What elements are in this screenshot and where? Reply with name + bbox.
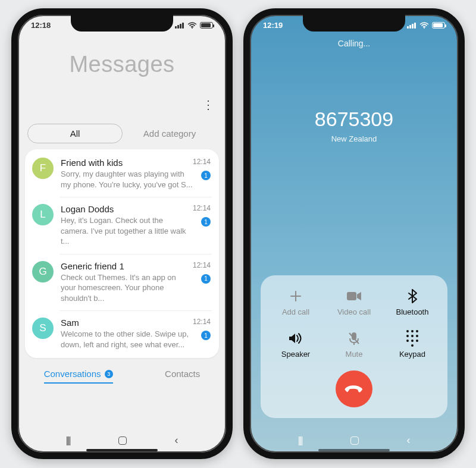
action-label: Mute [346, 350, 363, 359]
notch [303, 15, 405, 32]
keypad-icon [406, 331, 419, 346]
action-label: Keypad [399, 350, 425, 359]
avatar: L [32, 204, 54, 225]
message-time: 12:14 [193, 261, 211, 269]
battery-icon [432, 22, 445, 29]
svg-rect-0 [175, 26, 177, 29]
message-time: 12:14 [193, 318, 211, 326]
phone-calling: 12:19 ➤ Calling... 8675309 New Zealand [243, 8, 465, 459]
system-nav: ||| ‹ [250, 434, 458, 447]
signal-icon [407, 22, 416, 29]
filter-all-tab[interactable]: All [27, 124, 123, 143]
call-region: New Zealand [250, 134, 458, 143]
call-status: Calling... [250, 39, 458, 48]
video-call-button[interactable]: Video call [325, 288, 383, 316]
svg-rect-12 [347, 292, 356, 300]
svg-rect-1 [177, 25, 179, 29]
message-preview: Check out Themes. It's an app on your ho… [61, 272, 193, 304]
message-time: 12:14 [193, 204, 211, 212]
page-title: Messages [18, 52, 226, 77]
home-indicator[interactable] [86, 449, 158, 451]
nav-back[interactable]: ‹ [175, 434, 178, 447]
more-button[interactable]: ⋮ [202, 98, 213, 112]
call-action-panel: Add call Video call Bluetooth [261, 275, 447, 418]
notch [71, 15, 173, 32]
mute-icon [348, 331, 360, 346]
nav-recents[interactable]: ||| [298, 435, 302, 447]
avatar: S [32, 318, 54, 339]
tab-conversations[interactable]: Conversations 3 [44, 369, 113, 384]
bluetooth-button[interactable]: Bluetooth [383, 288, 441, 316]
nav-back[interactable]: ‹ [407, 434, 411, 447]
call-number: 8675309 [250, 108, 458, 131]
unread-badge: 1 [201, 171, 211, 180]
message-time: 12:14 [193, 158, 211, 166]
tab-label: Conversations [44, 369, 101, 379]
keypad-button[interactable]: Keypad [383, 331, 441, 359]
mute-button[interactable]: Mute [325, 331, 383, 359]
conversation-list: F Friend with kids Sorry, my daughter wa… [25, 149, 219, 358]
conversation-row[interactable]: G Generic friend 1 Check out Themes. It'… [25, 254, 219, 311]
video-icon [346, 288, 362, 304]
plus-icon [289, 288, 302, 304]
phone-icon [342, 377, 366, 401]
tab-contacts[interactable]: Contacts [165, 369, 200, 384]
svg-point-4 [192, 27, 193, 29]
speaker-button[interactable]: Speaker [267, 331, 325, 359]
svg-rect-3 [182, 23, 184, 29]
end-call-button[interactable] [336, 370, 372, 407]
unread-badge: 1 [201, 217, 211, 227]
message-preview: Welcome to the other side. Swipe up, dow… [61, 329, 193, 350]
contact-name: Logan Dodds [61, 204, 193, 214]
svg-rect-5 [407, 26, 409, 29]
contact-name: Friend with kids [61, 158, 193, 168]
action-label: Add call [282, 307, 309, 316]
system-nav: ||| ‹ [18, 434, 226, 447]
message-preview: Sorry, my daughter was playing with my p… [61, 169, 193, 190]
status-time: 12:19 [263, 21, 283, 30]
svg-rect-2 [180, 24, 181, 29]
wifi-icon [419, 22, 429, 29]
svg-rect-8 [414, 23, 416, 29]
contact-name: Generic friend 1 [61, 261, 193, 271]
battery-icon [200, 22, 213, 29]
contact-name: Sam [61, 318, 193, 328]
action-label: Speaker [281, 350, 310, 359]
svg-point-9 [424, 27, 425, 29]
nav-home[interactable] [118, 436, 127, 445]
conversation-row[interactable]: S Sam Welcome to the other side. Swipe u… [25, 310, 219, 357]
avatar: G [32, 261, 54, 282]
status-time: 12:18 [31, 21, 51, 30]
speaker-icon [288, 331, 303, 346]
action-label: Video call [337, 307, 371, 316]
nav-recents[interactable]: ||| [65, 435, 70, 447]
signal-icon [175, 22, 184, 29]
phone-messages: 12:18 ➤ Messages ⋮ All Add category F [11, 8, 233, 459]
message-preview: Hey, it's Logan. Check out the camera. I… [61, 215, 193, 247]
bluetooth-icon [408, 288, 417, 304]
conversation-row[interactable]: F Friend with kids Sorry, my daughter wa… [25, 150, 219, 197]
nav-home[interactable] [350, 436, 359, 445]
unread-badge: 1 [201, 331, 211, 340]
add-call-button[interactable]: Add call [267, 288, 325, 316]
wifi-icon [187, 22, 197, 29]
tab-conversations-badge: 3 [105, 370, 113, 378]
add-category-tab[interactable]: Add category [123, 128, 217, 139]
svg-rect-6 [409, 25, 411, 29]
action-label: Bluetooth [396, 307, 429, 316]
home-indicator[interactable] [318, 449, 390, 451]
avatar: F [32, 158, 54, 179]
unread-badge: 1 [201, 274, 211, 284]
bottom-tabs: Conversations 3 Contacts [18, 369, 226, 384]
svg-rect-7 [412, 24, 414, 29]
conversation-row[interactable]: L Logan Dodds Hey, it's Logan. Check out… [25, 197, 219, 254]
